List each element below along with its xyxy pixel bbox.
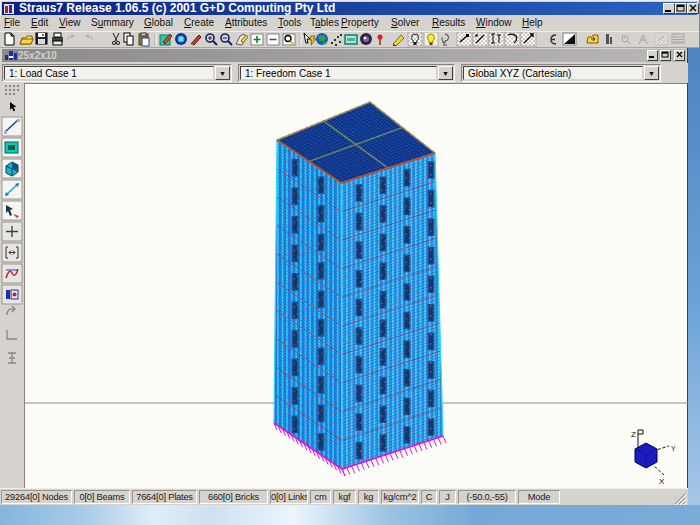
svg-text:Y: Y — [671, 445, 676, 452]
svg-text:Z: Z — [631, 430, 636, 439]
svg-text:X: X — [659, 477, 665, 486]
